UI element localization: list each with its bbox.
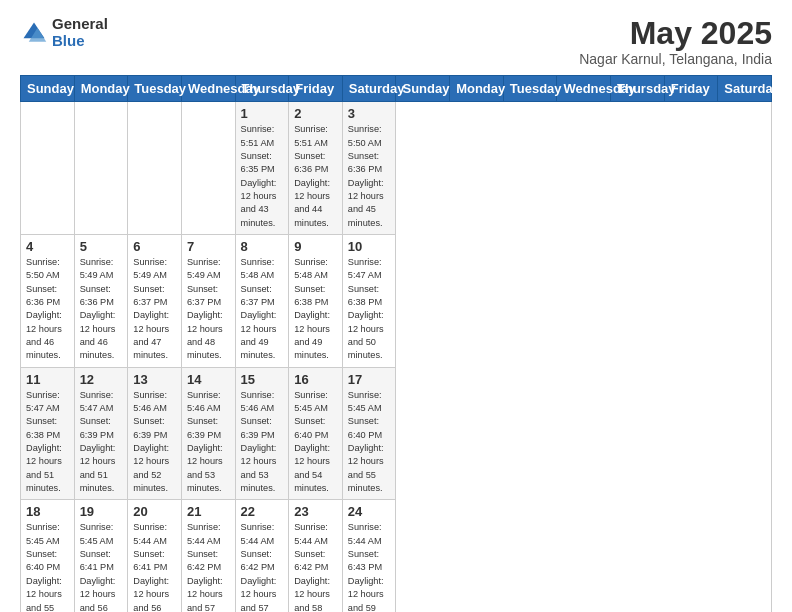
calendar-cell: 9Sunrise: 5:48 AM Sunset: 6:38 PM Daylig…: [289, 234, 343, 367]
week-row-3: 11Sunrise: 5:47 AM Sunset: 6:38 PM Dayli…: [21, 367, 772, 500]
calendar-cell: 20Sunrise: 5:44 AM Sunset: 6:41 PM Dayli…: [128, 500, 182, 612]
calendar-cell: 18Sunrise: 5:45 AM Sunset: 6:40 PM Dayli…: [21, 500, 75, 612]
col-header-thursday: Thursday: [611, 76, 665, 102]
day-info: Sunrise: 5:49 AM Sunset: 6:36 PM Dayligh…: [80, 256, 123, 363]
day-number: 1: [241, 106, 284, 121]
calendar-cell: 14Sunrise: 5:46 AM Sunset: 6:39 PM Dayli…: [181, 367, 235, 500]
col-header-friday: Friday: [664, 76, 718, 102]
calendar-cell: 21Sunrise: 5:44 AM Sunset: 6:42 PM Dayli…: [181, 500, 235, 612]
day-number: 17: [348, 372, 391, 387]
logo-text: General Blue: [52, 16, 108, 49]
column-header-wednesday: Wednesday: [181, 76, 235, 102]
day-number: 23: [294, 504, 337, 519]
main-title: May 2025: [579, 16, 772, 51]
col-header-tuesday: Tuesday: [503, 76, 557, 102]
calendar-cell: 4Sunrise: 5:50 AM Sunset: 6:36 PM Daylig…: [21, 234, 75, 367]
col-header-wednesday: Wednesday: [557, 76, 611, 102]
day-info: Sunrise: 5:45 AM Sunset: 6:40 PM Dayligh…: [26, 521, 69, 612]
calendar-cell: 3Sunrise: 5:50 AM Sunset: 6:36 PM Daylig…: [342, 102, 396, 235]
day-number: 15: [241, 372, 284, 387]
day-info: Sunrise: 5:47 AM Sunset: 6:38 PM Dayligh…: [348, 256, 391, 363]
calendar-cell: 22Sunrise: 5:44 AM Sunset: 6:42 PM Dayli…: [235, 500, 289, 612]
column-header-saturday: Saturday: [342, 76, 396, 102]
column-header-monday: Monday: [74, 76, 128, 102]
logo: General Blue: [20, 16, 108, 49]
calendar-cell: [74, 102, 128, 235]
day-number: 10: [348, 239, 391, 254]
day-info: Sunrise: 5:48 AM Sunset: 6:38 PM Dayligh…: [294, 256, 337, 363]
day-number: 18: [26, 504, 69, 519]
logo-general: General: [52, 16, 108, 33]
day-number: 24: [348, 504, 391, 519]
calendar-cell: 15Sunrise: 5:46 AM Sunset: 6:39 PM Dayli…: [235, 367, 289, 500]
calendar-cell: 1Sunrise: 5:51 AM Sunset: 6:35 PM Daylig…: [235, 102, 289, 235]
day-info: Sunrise: 5:45 AM Sunset: 6:40 PM Dayligh…: [294, 389, 337, 496]
day-info: Sunrise: 5:48 AM Sunset: 6:37 PM Dayligh…: [241, 256, 284, 363]
day-number: 9: [294, 239, 337, 254]
calendar-cell: 16Sunrise: 5:45 AM Sunset: 6:40 PM Dayli…: [289, 367, 343, 500]
calendar-cell: 13Sunrise: 5:46 AM Sunset: 6:39 PM Dayli…: [128, 367, 182, 500]
day-info: Sunrise: 5:44 AM Sunset: 6:43 PM Dayligh…: [348, 521, 391, 612]
page: General Blue May 2025 Nagar Karnul, Tela…: [0, 0, 792, 612]
calendar-cell: 11Sunrise: 5:47 AM Sunset: 6:38 PM Dayli…: [21, 367, 75, 500]
day-info: Sunrise: 5:49 AM Sunset: 6:37 PM Dayligh…: [133, 256, 176, 363]
day-info: Sunrise: 5:44 AM Sunset: 6:42 PM Dayligh…: [241, 521, 284, 612]
day-info: Sunrise: 5:46 AM Sunset: 6:39 PM Dayligh…: [241, 389, 284, 496]
calendar-cell: 7Sunrise: 5:49 AM Sunset: 6:37 PM Daylig…: [181, 234, 235, 367]
day-number: 14: [187, 372, 230, 387]
col-header-sunday: Sunday: [396, 76, 450, 102]
day-number: 7: [187, 239, 230, 254]
week-row-4: 18Sunrise: 5:45 AM Sunset: 6:40 PM Dayli…: [21, 500, 772, 612]
day-number: 5: [80, 239, 123, 254]
week-row-2: 4Sunrise: 5:50 AM Sunset: 6:36 PM Daylig…: [21, 234, 772, 367]
day-number: 12: [80, 372, 123, 387]
logo-icon: [20, 19, 48, 47]
day-number: 11: [26, 372, 69, 387]
week-row-1: 1Sunrise: 5:51 AM Sunset: 6:35 PM Daylig…: [21, 102, 772, 235]
column-header-tuesday: Tuesday: [128, 76, 182, 102]
title-block: May 2025 Nagar Karnul, Telangana, India: [579, 16, 772, 67]
col-header-saturday: Saturday: [718, 76, 772, 102]
day-info: Sunrise: 5:50 AM Sunset: 6:36 PM Dayligh…: [26, 256, 69, 363]
day-number: 3: [348, 106, 391, 121]
day-info: Sunrise: 5:46 AM Sunset: 6:39 PM Dayligh…: [187, 389, 230, 496]
day-info: Sunrise: 5:44 AM Sunset: 6:42 PM Dayligh…: [187, 521, 230, 612]
day-info: Sunrise: 5:44 AM Sunset: 6:42 PM Dayligh…: [294, 521, 337, 612]
day-info: Sunrise: 5:47 AM Sunset: 6:38 PM Dayligh…: [26, 389, 69, 496]
calendar-table: SundayMondayTuesdayWednesdayThursdayFrid…: [20, 75, 772, 612]
calendar-cell: 19Sunrise: 5:45 AM Sunset: 6:41 PM Dayli…: [74, 500, 128, 612]
col-header-monday: Monday: [450, 76, 504, 102]
calendar-cell: 5Sunrise: 5:49 AM Sunset: 6:36 PM Daylig…: [74, 234, 128, 367]
day-number: 6: [133, 239, 176, 254]
day-info: Sunrise: 5:51 AM Sunset: 6:35 PM Dayligh…: [241, 123, 284, 230]
day-number: 13: [133, 372, 176, 387]
calendar-cell: [128, 102, 182, 235]
day-number: 16: [294, 372, 337, 387]
header: General Blue May 2025 Nagar Karnul, Tela…: [20, 16, 772, 67]
calendar-cell: 2Sunrise: 5:51 AM Sunset: 6:36 PM Daylig…: [289, 102, 343, 235]
column-header-sunday: Sunday: [21, 76, 75, 102]
day-number: 4: [26, 239, 69, 254]
day-info: Sunrise: 5:44 AM Sunset: 6:41 PM Dayligh…: [133, 521, 176, 612]
column-header-friday: Friday: [289, 76, 343, 102]
day-number: 21: [187, 504, 230, 519]
calendar-cell: [181, 102, 235, 235]
day-number: 20: [133, 504, 176, 519]
calendar-cell: 8Sunrise: 5:48 AM Sunset: 6:37 PM Daylig…: [235, 234, 289, 367]
logo-blue: Blue: [52, 33, 108, 50]
day-info: Sunrise: 5:47 AM Sunset: 6:39 PM Dayligh…: [80, 389, 123, 496]
day-info: Sunrise: 5:46 AM Sunset: 6:39 PM Dayligh…: [133, 389, 176, 496]
day-number: 8: [241, 239, 284, 254]
header-row: SundayMondayTuesdayWednesdayThursdayFrid…: [21, 76, 772, 102]
day-info: Sunrise: 5:51 AM Sunset: 6:36 PM Dayligh…: [294, 123, 337, 230]
day-info: Sunrise: 5:45 AM Sunset: 6:41 PM Dayligh…: [80, 521, 123, 612]
day-info: Sunrise: 5:49 AM Sunset: 6:37 PM Dayligh…: [187, 256, 230, 363]
calendar-cell: 23Sunrise: 5:44 AM Sunset: 6:42 PM Dayli…: [289, 500, 343, 612]
day-number: 22: [241, 504, 284, 519]
calendar-cell: 6Sunrise: 5:49 AM Sunset: 6:37 PM Daylig…: [128, 234, 182, 367]
subtitle: Nagar Karnul, Telangana, India: [579, 51, 772, 67]
calendar-cell: 10Sunrise: 5:47 AM Sunset: 6:38 PM Dayli…: [342, 234, 396, 367]
day-info: Sunrise: 5:50 AM Sunset: 6:36 PM Dayligh…: [348, 123, 391, 230]
calendar-cell: [21, 102, 75, 235]
day-number: 2: [294, 106, 337, 121]
